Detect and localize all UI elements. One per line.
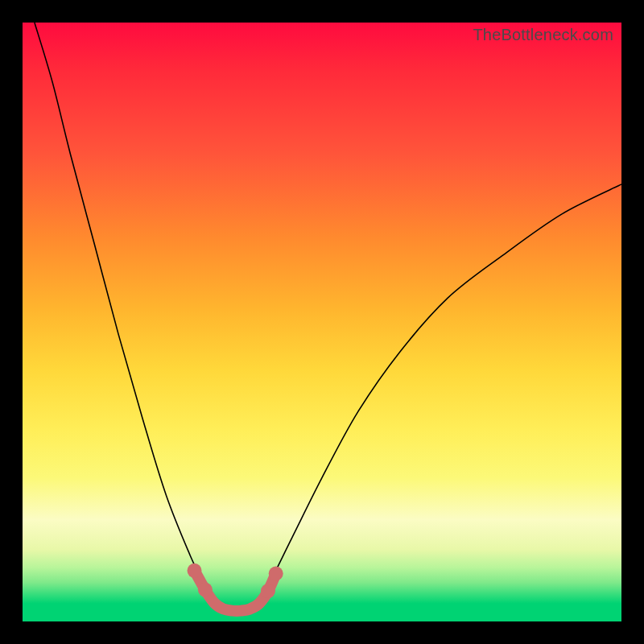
left-bottleneck-curve xyxy=(35,23,225,609)
marker-dot xyxy=(269,567,283,581)
marker-dot xyxy=(188,564,202,578)
marker-dot xyxy=(261,584,275,598)
right-bottleneck-curve xyxy=(253,184,621,609)
plot-area: TheBottleneck.com xyxy=(23,23,621,621)
watermark-text: TheBottleneck.com xyxy=(473,26,613,44)
marker-dot xyxy=(198,583,213,597)
curves-layer xyxy=(23,23,621,621)
chart-frame: TheBottleneck.com xyxy=(0,0,644,644)
